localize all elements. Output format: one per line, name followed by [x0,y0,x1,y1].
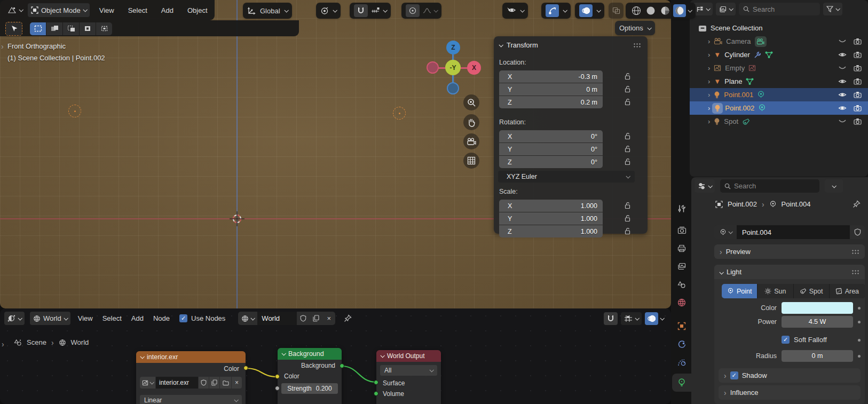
expand-icon[interactable]: › [708,38,710,45]
gizmo-neg-z-handle[interactable] [447,82,459,94]
scale-z-field[interactable]: Z1.000 [499,225,603,237]
hide-eye-open-icon[interactable] [838,78,847,84]
volume-input-socket[interactable] [374,391,378,396]
properties-tab-scene[interactable] [672,276,691,293]
shader-editor-type-button[interactable] [4,312,25,325]
strength-field[interactable]: Strength 0.200 [281,383,338,394]
shader-overlays-toggle[interactable] [645,312,658,325]
image-name-field[interactable] [159,379,195,386]
strength-input-socket[interactable] [275,386,280,391]
image-unlink-button[interactable]: × [232,377,242,389]
animate-decorator[interactable] [858,339,861,342]
hide-eye-closed-icon[interactable] [838,39,847,44]
disable-in-render-icon[interactable] [854,38,862,45]
expand-icon[interactable]: › [708,105,710,112]
scale-y-field[interactable]: Y1.000 [499,212,603,225]
properties-options-dropdown[interactable] [825,179,843,193]
expand-icon[interactable]: › [708,78,710,85]
outliner-search-field[interactable] [753,5,816,13]
influence-panel-header[interactable]: › Influence [719,385,861,400]
select-extend-mode-button[interactable] [46,22,62,35]
hide-eye-open-icon[interactable] [838,52,847,58]
outliner-row-scene-collection[interactable]: Scene Collection [690,21,868,35]
pin-icon[interactable] [344,314,352,322]
outliner-row-point-002[interactable]: › Point.002 [690,101,868,115]
lock-icon[interactable] [624,73,632,80]
world-name-input[interactable] [257,312,297,325]
node-snap-toggle[interactable] [604,312,618,325]
xray-toggle[interactable] [609,3,624,19]
shading-rendered-button[interactable] [673,4,686,17]
rotation-z-field[interactable]: Z0° [499,156,603,168]
image-fake-user-button[interactable] [199,377,209,389]
outliner-editor-type-button[interactable] [693,3,713,15]
disable-in-render-icon[interactable] [854,118,862,125]
node-world-output[interactable]: World Output All Surface Volume [376,350,441,404]
gizmos-dropdown[interactable] [563,8,567,12]
outliner-row-plane[interactable]: › ▼ Plane [690,75,868,88]
menu-object[interactable]: Object [185,6,210,14]
hide-eye-closed-icon[interactable] [838,66,847,71]
point-light-gizmo[interactable] [68,105,81,117]
properties-search-input[interactable] [720,179,819,193]
world-name-field[interactable] [262,314,293,322]
fake-user-button[interactable] [850,225,865,239]
gizmo-neg-y-handle[interactable]: -Y [445,60,461,75]
disable-in-render-icon[interactable] [854,51,862,58]
node-image-header[interactable]: interior.exr [136,351,246,363]
new-copy-button[interactable] [310,312,322,325]
lock-icon[interactable] [624,158,632,165]
properties-tab-object[interactable] [672,318,691,335]
shader-type-dropdown[interactable]: World [30,312,70,325]
properties-tab-physics[interactable] [672,354,691,371]
shading-material-button[interactable] [659,5,671,17]
select-intersect-mode-button[interactable] [96,22,112,35]
output-target-dropdown[interactable]: All [380,365,437,376]
zoom-button[interactable] [463,94,479,110]
properties-tab-output[interactable] [672,240,691,257]
shader-editor[interactable]: World View Select Add Node ✓ Use Nodes [0,308,671,404]
outliner-row-camera[interactable]: › Camera [690,35,868,48]
light-type-point-button[interactable]: Point [722,284,757,298]
light-type-spot-button[interactable]: Spot [794,284,829,298]
breadcrumb-data[interactable]: Point.004 [782,200,811,208]
properties-search-field[interactable] [734,182,815,190]
modifier-wrench-icon[interactable] [754,51,761,58]
shading-dropdown[interactable] [688,8,692,12]
power-field[interactable]: 4.5 W [782,316,853,328]
node-world-output-header[interactable]: World Output [376,350,441,362]
outliner-row-point-001[interactable]: › Point.001 [690,88,868,101]
lock-icon[interactable] [624,202,632,209]
node-background-header[interactable]: Background [278,348,342,360]
point-light-gizmo[interactable] [393,107,406,120]
disable-in-render-icon[interactable] [854,105,862,112]
properties-tab-render[interactable] [672,221,691,239]
id-type-dropdown[interactable] [714,225,737,239]
proportional-edit-toggle[interactable] [406,4,420,17]
transform-panel-header[interactable]: Transform [499,41,538,49]
image-id-dropdown[interactable] [140,377,155,389]
node-snap-settings-dropdown[interactable] [621,312,642,325]
properties-tab-view-layer[interactable] [672,258,691,275]
properties-tab-object-data[interactable] [672,374,691,392]
shading-wireframe-button[interactable] [630,5,642,17]
surface-input-socket[interactable] [374,380,378,385]
light-panel-header[interactable]: Light [714,265,865,279]
world-fake-user-button[interactable] [297,312,310,325]
location-x-field[interactable]: X-0.3 m [499,70,603,83]
spot-light-data-icon[interactable] [742,118,750,125]
image-name-input[interactable] [156,377,198,389]
hide-eye-open-icon[interactable] [838,105,847,111]
point-light-data-icon[interactable] [758,104,766,112]
rotation-y-field[interactable]: Y0° [499,143,603,155]
expand-icon[interactable]: › [708,51,710,58]
snap-toggle[interactable] [354,4,368,17]
shader-menu-add[interactable]: Add [129,314,146,322]
unlink-button[interactable]: × [322,312,335,325]
interpolation-dropdown[interactable]: Linear [140,395,242,404]
radius-field[interactable]: 0 m [782,350,853,362]
data-name-field[interactable] [742,228,845,236]
mode-selector[interactable]: Object Mode [28,3,90,17]
drag-handle-icon[interactable] [851,270,859,275]
shadow-panel-header[interactable]: › ✓ Shadow [719,368,861,383]
